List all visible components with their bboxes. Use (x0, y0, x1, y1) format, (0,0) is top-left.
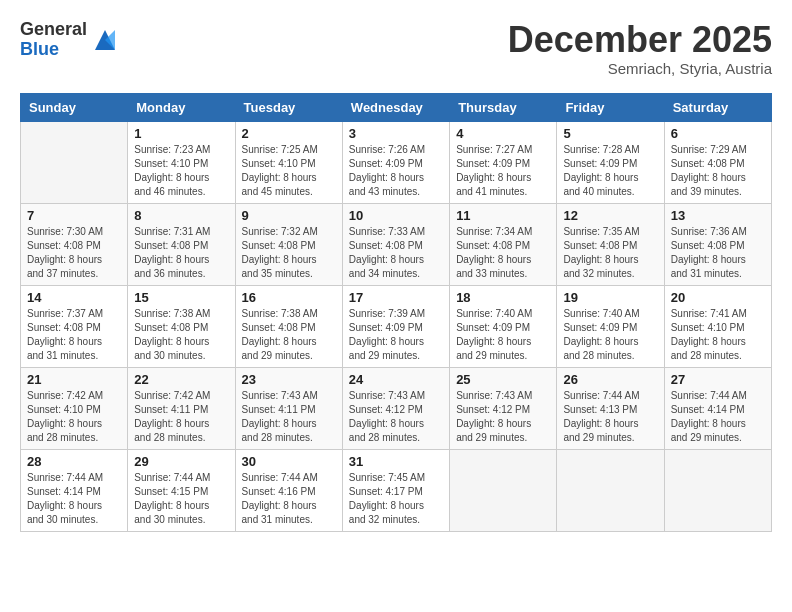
day-info: Sunrise: 7:23 AM Sunset: 4:10 PM Dayligh… (134, 143, 228, 199)
calendar-cell: 25Sunrise: 7:43 AM Sunset: 4:12 PM Dayli… (450, 367, 557, 449)
day-number: 27 (671, 372, 765, 387)
weekday-header-tuesday: Tuesday (235, 93, 342, 121)
calendar-cell: 15Sunrise: 7:38 AM Sunset: 4:08 PM Dayli… (128, 285, 235, 367)
calendar-cell: 8Sunrise: 7:31 AM Sunset: 4:08 PM Daylig… (128, 203, 235, 285)
day-info: Sunrise: 7:44 AM Sunset: 4:13 PM Dayligh… (563, 389, 657, 445)
calendar-cell: 28Sunrise: 7:44 AM Sunset: 4:14 PM Dayli… (21, 449, 128, 531)
calendar-cell: 22Sunrise: 7:42 AM Sunset: 4:11 PM Dayli… (128, 367, 235, 449)
calendar-cell: 5Sunrise: 7:28 AM Sunset: 4:09 PM Daylig… (557, 121, 664, 203)
day-number: 3 (349, 126, 443, 141)
calendar-week-row: 28Sunrise: 7:44 AM Sunset: 4:14 PM Dayli… (21, 449, 772, 531)
weekday-header-thursday: Thursday (450, 93, 557, 121)
logo-general: General (20, 20, 87, 40)
day-number: 12 (563, 208, 657, 223)
day-info: Sunrise: 7:39 AM Sunset: 4:09 PM Dayligh… (349, 307, 443, 363)
day-info: Sunrise: 7:43 AM Sunset: 4:12 PM Dayligh… (456, 389, 550, 445)
calendar-cell (664, 449, 771, 531)
day-info: Sunrise: 7:44 AM Sunset: 4:16 PM Dayligh… (242, 471, 336, 527)
day-number: 17 (349, 290, 443, 305)
calendar-week-row: 21Sunrise: 7:42 AM Sunset: 4:10 PM Dayli… (21, 367, 772, 449)
calendar-cell: 3Sunrise: 7:26 AM Sunset: 4:09 PM Daylig… (342, 121, 449, 203)
day-info: Sunrise: 7:28 AM Sunset: 4:09 PM Dayligh… (563, 143, 657, 199)
calendar-cell: 14Sunrise: 7:37 AM Sunset: 4:08 PM Dayli… (21, 285, 128, 367)
day-info: Sunrise: 7:35 AM Sunset: 4:08 PM Dayligh… (563, 225, 657, 281)
calendar-cell: 2Sunrise: 7:25 AM Sunset: 4:10 PM Daylig… (235, 121, 342, 203)
day-info: Sunrise: 7:38 AM Sunset: 4:08 PM Dayligh… (242, 307, 336, 363)
calendar-cell: 26Sunrise: 7:44 AM Sunset: 4:13 PM Dayli… (557, 367, 664, 449)
calendar-cell: 31Sunrise: 7:45 AM Sunset: 4:17 PM Dayli… (342, 449, 449, 531)
day-number: 24 (349, 372, 443, 387)
day-number: 10 (349, 208, 443, 223)
day-info: Sunrise: 7:44 AM Sunset: 4:14 PM Dayligh… (671, 389, 765, 445)
calendar-cell (557, 449, 664, 531)
day-info: Sunrise: 7:41 AM Sunset: 4:10 PM Dayligh… (671, 307, 765, 363)
day-number: 11 (456, 208, 550, 223)
calendar-cell: 7Sunrise: 7:30 AM Sunset: 4:08 PM Daylig… (21, 203, 128, 285)
calendar-week-row: 14Sunrise: 7:37 AM Sunset: 4:08 PM Dayli… (21, 285, 772, 367)
calendar-cell: 24Sunrise: 7:43 AM Sunset: 4:12 PM Dayli… (342, 367, 449, 449)
calendar-cell (450, 449, 557, 531)
day-info: Sunrise: 7:33 AM Sunset: 4:08 PM Dayligh… (349, 225, 443, 281)
calendar-cell: 19Sunrise: 7:40 AM Sunset: 4:09 PM Dayli… (557, 285, 664, 367)
day-info: Sunrise: 7:34 AM Sunset: 4:08 PM Dayligh… (456, 225, 550, 281)
day-number: 6 (671, 126, 765, 141)
calendar-cell: 9Sunrise: 7:32 AM Sunset: 4:08 PM Daylig… (235, 203, 342, 285)
day-number: 26 (563, 372, 657, 387)
day-number: 15 (134, 290, 228, 305)
logo-blue: Blue (20, 40, 87, 60)
calendar-cell: 10Sunrise: 7:33 AM Sunset: 4:08 PM Dayli… (342, 203, 449, 285)
day-info: Sunrise: 7:31 AM Sunset: 4:08 PM Dayligh… (134, 225, 228, 281)
calendar-cell: 6Sunrise: 7:29 AM Sunset: 4:08 PM Daylig… (664, 121, 771, 203)
day-info: Sunrise: 7:36 AM Sunset: 4:08 PM Dayligh… (671, 225, 765, 281)
day-info: Sunrise: 7:43 AM Sunset: 4:11 PM Dayligh… (242, 389, 336, 445)
calendar-cell: 29Sunrise: 7:44 AM Sunset: 4:15 PM Dayli… (128, 449, 235, 531)
calendar-cell: 1Sunrise: 7:23 AM Sunset: 4:10 PM Daylig… (128, 121, 235, 203)
calendar-cell: 21Sunrise: 7:42 AM Sunset: 4:10 PM Dayli… (21, 367, 128, 449)
day-number: 29 (134, 454, 228, 469)
day-number: 16 (242, 290, 336, 305)
month-title: December 2025 (508, 20, 772, 60)
day-number: 22 (134, 372, 228, 387)
day-info: Sunrise: 7:38 AM Sunset: 4:08 PM Dayligh… (134, 307, 228, 363)
calendar-cell: 18Sunrise: 7:40 AM Sunset: 4:09 PM Dayli… (450, 285, 557, 367)
logo-icon (91, 26, 119, 54)
logo-text: General Blue (20, 20, 87, 60)
day-number: 31 (349, 454, 443, 469)
day-info: Sunrise: 7:30 AM Sunset: 4:08 PM Dayligh… (27, 225, 121, 281)
page-header: General Blue December 2025 Semriach, Sty… (20, 20, 772, 77)
day-info: Sunrise: 7:27 AM Sunset: 4:09 PM Dayligh… (456, 143, 550, 199)
calendar-week-row: 7Sunrise: 7:30 AM Sunset: 4:08 PM Daylig… (21, 203, 772, 285)
weekday-header-friday: Friday (557, 93, 664, 121)
day-info: Sunrise: 7:44 AM Sunset: 4:14 PM Dayligh… (27, 471, 121, 527)
logo: General Blue (20, 20, 119, 60)
weekday-header-monday: Monday (128, 93, 235, 121)
location: Semriach, Styria, Austria (508, 60, 772, 77)
day-number: 28 (27, 454, 121, 469)
title-area: December 2025 Semriach, Styria, Austria (508, 20, 772, 77)
calendar-cell: 16Sunrise: 7:38 AM Sunset: 4:08 PM Dayli… (235, 285, 342, 367)
day-number: 20 (671, 290, 765, 305)
day-number: 25 (456, 372, 550, 387)
calendar-table: SundayMondayTuesdayWednesdayThursdayFrid… (20, 93, 772, 532)
day-number: 21 (27, 372, 121, 387)
calendar-cell: 17Sunrise: 7:39 AM Sunset: 4:09 PM Dayli… (342, 285, 449, 367)
day-info: Sunrise: 7:43 AM Sunset: 4:12 PM Dayligh… (349, 389, 443, 445)
calendar-cell: 23Sunrise: 7:43 AM Sunset: 4:11 PM Dayli… (235, 367, 342, 449)
day-info: Sunrise: 7:25 AM Sunset: 4:10 PM Dayligh… (242, 143, 336, 199)
day-number: 30 (242, 454, 336, 469)
calendar-week-row: 1Sunrise: 7:23 AM Sunset: 4:10 PM Daylig… (21, 121, 772, 203)
calendar-cell: 13Sunrise: 7:36 AM Sunset: 4:08 PM Dayli… (664, 203, 771, 285)
day-number: 7 (27, 208, 121, 223)
day-number: 13 (671, 208, 765, 223)
day-number: 9 (242, 208, 336, 223)
day-info: Sunrise: 7:37 AM Sunset: 4:08 PM Dayligh… (27, 307, 121, 363)
day-info: Sunrise: 7:26 AM Sunset: 4:09 PM Dayligh… (349, 143, 443, 199)
weekday-header-saturday: Saturday (664, 93, 771, 121)
calendar-cell: 12Sunrise: 7:35 AM Sunset: 4:08 PM Dayli… (557, 203, 664, 285)
day-number: 8 (134, 208, 228, 223)
calendar-header-row: SundayMondayTuesdayWednesdayThursdayFrid… (21, 93, 772, 121)
calendar-cell: 4Sunrise: 7:27 AM Sunset: 4:09 PM Daylig… (450, 121, 557, 203)
calendar-cell: 30Sunrise: 7:44 AM Sunset: 4:16 PM Dayli… (235, 449, 342, 531)
day-info: Sunrise: 7:29 AM Sunset: 4:08 PM Dayligh… (671, 143, 765, 199)
day-info: Sunrise: 7:45 AM Sunset: 4:17 PM Dayligh… (349, 471, 443, 527)
